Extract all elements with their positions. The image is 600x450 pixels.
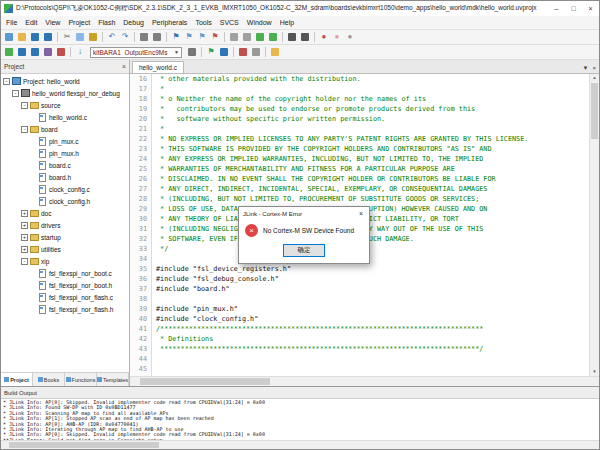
uncomment-icon[interactable] [267, 31, 279, 43]
scroll-down-icon[interactable]: ▼ [590, 368, 599, 376]
menu-file[interactable]: File [2, 19, 21, 26]
indent-icon[interactable] [228, 31, 240, 43]
maximize-icon[interactable]: □ [565, 2, 582, 16]
flag-icon[interactable]: ⚑ [205, 46, 217, 58]
tree-item-startup[interactable]: +startup [1, 231, 129, 243]
find-icon[interactable] [286, 31, 298, 43]
expand-icon[interactable]: + [21, 234, 28, 241]
stop-build-icon[interactable] [55, 46, 67, 58]
close-icon[interactable]: × [582, 2, 599, 16]
menu-flash[interactable]: Flash [94, 19, 119, 26]
build-output-scrollbar[interactable] [1, 440, 599, 449]
menu-edit[interactable]: Edit [21, 19, 41, 26]
tree-item-pin-mux-c[interactable]: pin_mux.c [1, 135, 129, 147]
tree-item-utilities[interactable]: +utilities [1, 243, 129, 255]
batch-build-icon[interactable] [42, 46, 54, 58]
start-debug-icon[interactable] [237, 46, 249, 58]
tree-item-hello-world-flexspi-nor-debug[interactable]: -hello_world flexspi_nor_debug [1, 87, 129, 99]
manage-run-time-environment-icon[interactable] [269, 46, 281, 58]
configure-flash-icon[interactable] [218, 46, 230, 58]
tab-close-icon[interactable]: × [592, 65, 596, 71]
save-icon[interactable] [29, 31, 41, 43]
tree-item-fsl-flexspi-nor-boot-c[interactable]: fsl_flexspi_nor_boot.c [1, 267, 129, 279]
tree-item-clock-config-c[interactable]: clock_config.c [1, 183, 129, 195]
save-all-icon[interactable] [42, 31, 54, 43]
menu-window[interactable]: Window [243, 19, 276, 26]
scroll-up-icon[interactable]: ▲ [590, 74, 599, 82]
menu-view[interactable]: View [41, 19, 64, 26]
minimize-icon[interactable]: – [548, 2, 565, 16]
disable-breakpoint-icon[interactable]: ● [331, 31, 343, 43]
menu-tools[interactable]: Tools [191, 19, 215, 26]
tree-item-pin-mux-h[interactable]: pin_mux.h [1, 147, 129, 159]
panel-close-icon[interactable]: × [122, 63, 126, 70]
new-file-icon[interactable] [3, 31, 15, 43]
scrollbar-thumb[interactable] [9, 442, 159, 448]
tree-item-doc[interactable]: +doc [1, 207, 129, 219]
collapse-icon[interactable]: - [21, 102, 28, 109]
expand-icon[interactable]: + [21, 246, 28, 253]
target-select[interactable]: kitBARA1_OutputEnc9Ms ▼ [90, 47, 182, 58]
tree-item-xip[interactable]: -xip [1, 255, 129, 267]
tree-item-board-h[interactable]: board.h [1, 171, 129, 183]
menu-help[interactable]: Help [276, 19, 298, 26]
undo-icon[interactable]: ↶ [106, 31, 118, 43]
menu-peripherals[interactable]: Peripherals [148, 19, 191, 26]
tree-item-source[interactable]: -source [1, 99, 129, 111]
collapse-icon[interactable]: - [21, 258, 28, 265]
next-bookmark-icon[interactable]: ⚑ [196, 31, 208, 43]
expand-icon[interactable]: + [21, 210, 28, 217]
navigate-back-icon[interactable] [138, 31, 150, 43]
scrollbar-thumb[interactable] [591, 83, 598, 139]
tree-item-fsl-flexspi-nor-flash-h[interactable]: fsl_flexspi_nor_flash.h [1, 303, 129, 315]
redo-icon[interactable]: ↷ [119, 31, 131, 43]
open-folder-icon[interactable] [16, 31, 28, 43]
panel-tab-project[interactable]: Project [1, 373, 33, 386]
outdent-icon[interactable] [241, 31, 253, 43]
target-options-icon[interactable] [186, 46, 198, 58]
collapse-icon[interactable]: - [12, 90, 19, 97]
bookmark-icon[interactable]: ⚑ [170, 31, 182, 43]
tree-item-hello-world-c[interactable]: hello_world.c [1, 111, 129, 123]
navigate-forward-icon[interactable] [151, 31, 163, 43]
tree-item-fsl-flexspi-nor-flash-c[interactable]: fsl_flexspi_nor_flash.c [1, 291, 129, 303]
translate-icon[interactable] [3, 46, 15, 58]
collapse-icon[interactable]: - [3, 78, 10, 85]
editor-horizontal-scrollbar[interactable] [130, 376, 599, 386]
tree-item-drivers[interactable]: +drivers [1, 219, 129, 231]
rebuild-icon[interactable] [29, 46, 41, 58]
collapse-icon[interactable]: - [21, 126, 28, 133]
tree-item-project-hello-world[interactable]: -Project: hello_world [1, 75, 129, 87]
menu-svcs[interactable]: SVCS [216, 19, 243, 26]
tree-item-board-c[interactable]: board.c [1, 159, 129, 171]
comment-icon[interactable] [254, 31, 266, 43]
menu-project[interactable]: Project [64, 19, 94, 26]
build-icon[interactable] [16, 46, 28, 58]
tab-list-icon[interactable]: ▼ [583, 65, 589, 71]
copy-icon[interactable] [74, 31, 86, 43]
dialog-close-icon[interactable]: × [353, 210, 369, 217]
ok-button[interactable]: 确定 [283, 244, 325, 257]
download-icon[interactable]: ↓ [74, 46, 86, 58]
menu-debug[interactable]: Debug [119, 19, 148, 26]
clear-bookmarks-icon[interactable]: ⚑ [209, 31, 221, 43]
cut-icon[interactable]: ✂ [61, 31, 73, 43]
paste-icon[interactable] [87, 31, 99, 43]
panel-tab-templates[interactable]: Templates [97, 373, 129, 386]
tree-item-fsl-flexspi-nor-boot-h[interactable]: fsl_flexspi_nor_boot.h [1, 279, 129, 291]
previous-bookmark-icon[interactable]: ⚑ [183, 31, 195, 43]
expand-icon[interactable]: + [21, 222, 28, 229]
editor-vertical-scrollbar[interactable]: ▲ ▼ [589, 74, 599, 376]
tree-item-clock-config-h[interactable]: clock_config.h [1, 195, 129, 207]
kill-all-icon[interactable] [250, 46, 262, 58]
find-in-files-icon[interactable] [299, 31, 311, 43]
panel-tab-functions[interactable]: Functions [65, 373, 97, 386]
tab-hello-world-c[interactable]: hello_world.c [132, 61, 184, 73]
panel-tab-books[interactable]: Books [33, 373, 65, 386]
tree-item-board[interactable]: -board [1, 123, 129, 135]
kill-breakpoints-icon[interactable]: ● [344, 31, 356, 43]
file-icon [39, 149, 46, 158]
scrollbar-thumb[interactable] [140, 378, 270, 385]
project-tree[interactable]: -Project: hello_world-hello_world flexsp… [1, 74, 129, 372]
insert-breakpoint-icon[interactable]: ● [318, 31, 330, 43]
